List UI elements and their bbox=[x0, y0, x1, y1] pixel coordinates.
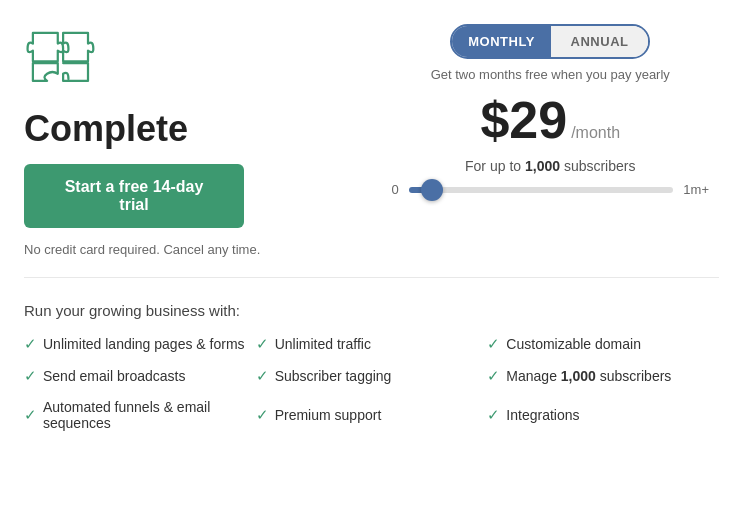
puzzle-icon bbox=[24, 24, 104, 94]
no-credit-text: No credit card required. Cancel any time… bbox=[24, 242, 362, 257]
left-column: Complete Start a free 14-day trial No cr… bbox=[24, 24, 362, 257]
check-icon-9: ✓ bbox=[487, 406, 500, 424]
right-column: MONTHLY ANNUAL Get two months free when … bbox=[382, 24, 720, 257]
subscribers-slider-container: 0 1m+ bbox=[382, 182, 720, 197]
feature-landing-pages: ✓ Unlimited landing pages & forms bbox=[24, 335, 256, 353]
plan-title: Complete bbox=[24, 108, 362, 150]
feature-text-domain: Customizable domain bbox=[506, 336, 641, 352]
billing-note: Get two months free when you pay yearly bbox=[431, 67, 670, 82]
slider-max-label: 1m+ bbox=[683, 182, 709, 197]
feature-text-funnels: Automated funnels & email sequences bbox=[43, 399, 256, 431]
check-icon-6: ✓ bbox=[487, 367, 500, 385]
feature-text-landing-pages: Unlimited landing pages & forms bbox=[43, 336, 245, 352]
feature-text-tagging: Subscriber tagging bbox=[275, 368, 392, 384]
trial-button[interactable]: Start a free 14-day trial bbox=[24, 164, 244, 228]
top-section: Complete Start a free 14-day trial No cr… bbox=[0, 0, 743, 277]
feature-traffic: ✓ Unlimited traffic bbox=[256, 335, 488, 353]
feature-text-traffic: Unlimited traffic bbox=[275, 336, 371, 352]
features-section: Run your growing business with: ✓ Unlimi… bbox=[0, 278, 743, 451]
subscribers-suffix: subscribers bbox=[560, 158, 635, 174]
subscribers-info: For up to 1,000 subscribers bbox=[465, 158, 635, 174]
check-icon-5: ✓ bbox=[256, 367, 269, 385]
feature-tagging: ✓ Subscriber tagging bbox=[256, 367, 488, 385]
features-row-2: ✓ Send email broadcasts ✓ Subscriber tag… bbox=[24, 367, 719, 385]
check-icon-2: ✓ bbox=[256, 335, 269, 353]
subscribers-prefix: For up to bbox=[465, 158, 525, 174]
feature-manage-subs: ✓ Manage 1,000 subscribers bbox=[487, 367, 719, 385]
annual-button[interactable]: ANNUAL bbox=[551, 26, 648, 57]
feature-funnels: ✓ Automated funnels & email sequences bbox=[24, 399, 256, 431]
feature-text-manage-subs: Manage 1,000 subscribers bbox=[506, 368, 671, 384]
subscribers-slider[interactable] bbox=[409, 187, 674, 193]
feature-text-integrations: Integrations bbox=[506, 407, 579, 423]
feature-domain: ✓ Customizable domain bbox=[487, 335, 719, 353]
slider-min-label: 0 bbox=[392, 182, 399, 197]
feature-support: ✓ Premium support bbox=[256, 399, 488, 431]
check-icon-3: ✓ bbox=[487, 335, 500, 353]
check-icon-8: ✓ bbox=[256, 406, 269, 424]
check-icon-7: ✓ bbox=[24, 406, 37, 424]
price-period: /month bbox=[571, 124, 620, 142]
subscribers-count: 1,000 bbox=[525, 158, 560, 174]
feature-integrations: ✓ Integrations bbox=[487, 399, 719, 431]
features-row-3: ✓ Automated funnels & email sequences ✓ … bbox=[24, 399, 719, 431]
price-amount: $29 bbox=[480, 90, 567, 150]
check-icon-4: ✓ bbox=[24, 367, 37, 385]
feature-text-support: Premium support bbox=[275, 407, 382, 423]
monthly-button[interactable]: MONTHLY bbox=[452, 26, 551, 57]
check-icon-1: ✓ bbox=[24, 335, 37, 353]
feature-broadcasts: ✓ Send email broadcasts bbox=[24, 367, 256, 385]
features-row-1: ✓ Unlimited landing pages & forms ✓ Unli… bbox=[24, 335, 719, 353]
features-grid: ✓ Unlimited landing pages & forms ✓ Unli… bbox=[24, 335, 719, 431]
price-display: $29 /month bbox=[480, 90, 620, 150]
feature-text-broadcasts: Send email broadcasts bbox=[43, 368, 185, 384]
features-intro: Run your growing business with: bbox=[24, 302, 719, 319]
billing-toggle: MONTHLY ANNUAL bbox=[450, 24, 650, 59]
